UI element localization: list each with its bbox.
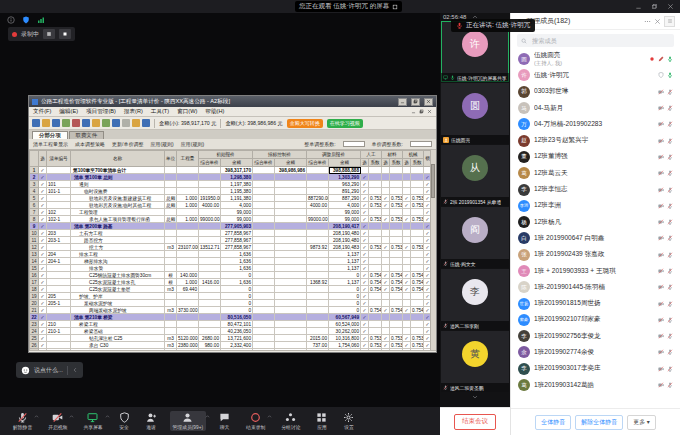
grid-row[interactable]: 7✓102工程管理99,00099,000✓✓: [30, 209, 432, 216]
grid-cell[interactable]: ✓: [361, 174, 369, 181]
grid-cell[interactable]: [165, 181, 177, 188]
grid-cell[interactable]: [47, 279, 71, 286]
grid-cell[interactable]: [199, 286, 221, 293]
filter-label[interactable]: 成本调整策略: [75, 141, 105, 147]
grid-cell[interactable]: 0.754: [369, 307, 382, 314]
panel-list-icon[interactable]: [664, 16, 675, 27]
grid-cell[interactable]: 277,905,903: [221, 223, 253, 230]
grid-cell[interactable]: [307, 181, 329, 188]
grid-cell[interactable]: [382, 293, 390, 300]
grid-cell[interactable]: 210-2: [47, 349, 71, 351]
grid-cell[interactable]: [382, 167, 390, 174]
grid-cell[interactable]: 1,137: [329, 258, 361, 265]
grid-cell[interactable]: 887290.00: [307, 195, 329, 202]
grid-cell[interactable]: [390, 265, 403, 272]
mic-on-icon[interactable]: [667, 72, 673, 78]
grid-cell[interactable]: [390, 181, 403, 188]
grid-cell[interactable]: [177, 181, 199, 188]
stop-recording-button[interactable]: [59, 29, 71, 39]
grid-cell[interactable]: [307, 230, 329, 237]
grid-cell[interactable]: ✓: [403, 335, 411, 342]
grid-cell[interactable]: [47, 335, 71, 342]
grid-cell[interactable]: ✓: [382, 307, 390, 314]
grid-cell[interactable]: [177, 174, 199, 181]
grid-cell[interactable]: 27: [30, 349, 39, 351]
grid-cell[interactable]: 1,303,290: [329, 174, 361, 181]
grid-cell[interactable]: 1.000: [177, 195, 199, 202]
grid-cell[interactable]: ✓: [361, 321, 369, 328]
grid-cell[interactable]: [177, 265, 199, 272]
grid-cell[interactable]: [47, 195, 71, 202]
grid-cell[interactable]: [165, 223, 177, 230]
grid-cell[interactable]: [390, 300, 403, 307]
grid-cell[interactable]: [307, 265, 329, 272]
grid-cell[interactable]: [411, 230, 424, 237]
grid-cell[interactable]: ✓: [39, 223, 47, 230]
grid-row[interactable]: 24✓210-1桥梁基础40,236,05030,262,000✓✓: [30, 328, 432, 335]
grid-cell[interactable]: 0: [329, 286, 361, 293]
grid-cell[interactable]: [411, 321, 424, 328]
grid-cell[interactable]: [275, 223, 307, 230]
grid-cell[interactable]: [403, 188, 411, 195]
grid-cell[interactable]: 承台 C30: [71, 342, 165, 349]
grid-cell[interactable]: [390, 321, 403, 328]
member-row[interactable]: 李12班李恒志: [511, 181, 680, 197]
grid-cell[interactable]: ✓: [39, 335, 47, 342]
grid-cell[interactable]: 11: [30, 237, 39, 244]
grid-cell[interactable]: [253, 321, 275, 328]
search-input[interactable]: [530, 36, 670, 45]
grid-cell[interactable]: [411, 188, 424, 195]
app-restore-button[interactable]: [411, 98, 420, 106]
grid-cell[interactable]: 1,137: [329, 265, 361, 272]
grid-cell[interactable]: [411, 237, 424, 244]
grid-cell[interactable]: [47, 244, 71, 251]
menu-item[interactable]: 报表(R): [124, 108, 143, 116]
grid-cell[interactable]: [253, 335, 275, 342]
grid-cell[interactable]: ✓: [361, 216, 369, 223]
grid-cell[interactable]: 277,858,967: [221, 237, 253, 244]
grid-cell[interactable]: 钻孔灌注桩 C25: [71, 335, 165, 342]
grid-cell[interactable]: 0.754: [390, 307, 403, 314]
cam-off-icon[interactable]: [658, 121, 664, 127]
member-row[interactable]: 万04-万旭楠-2019902283: [511, 116, 680, 132]
grid-cell[interactable]: ✓: [361, 209, 369, 216]
grid-cell[interactable]: [403, 314, 411, 321]
grid-cell[interactable]: 15: [30, 265, 39, 272]
grid-cell[interactable]: 1,197,380: [221, 181, 253, 188]
mic-off-icon[interactable]: [667, 317, 673, 323]
grid-cell[interactable]: [369, 230, 382, 237]
grid-cell[interactable]: ✓: [382, 286, 390, 293]
cam-off-icon[interactable]: [658, 317, 664, 323]
cam-off-icon[interactable]: [658, 235, 664, 241]
grid-cell[interactable]: ✓: [361, 237, 369, 244]
grid-cell[interactable]: 16: [30, 272, 39, 279]
grid-cell[interactable]: [275, 335, 307, 342]
grid-cell[interactable]: [390, 237, 403, 244]
grid-cell[interactable]: 路基挖方: [71, 237, 165, 244]
grid-cell[interactable]: [177, 188, 199, 195]
grid-cell[interactable]: [47, 265, 71, 272]
grid-cell[interactable]: 19: [30, 293, 39, 300]
grid-cell[interactable]: ✓: [361, 188, 369, 195]
grid-cell[interactable]: 0.753: [369, 244, 382, 251]
pause-recording-button[interactable]: [43, 29, 55, 39]
filter-label[interactable]: 应用(规则): [181, 141, 204, 147]
scroll-filmstrip-button[interactable]: [440, 393, 510, 401]
member-row[interactable]: 家豪1班2019902107邱家豪: [511, 312, 680, 328]
cam-off-icon[interactable]: [658, 187, 664, 193]
grid-cell[interactable]: 1,754,060: [329, 342, 361, 349]
grid-cell[interactable]: ✓: [39, 328, 47, 335]
grid-cell[interactable]: [390, 328, 403, 335]
toolbar-icon[interactable]: [122, 119, 130, 127]
grid-cell[interactable]: 963,290: [329, 181, 361, 188]
grid-cell[interactable]: ✓: [39, 188, 47, 195]
grid-cell[interactable]: [403, 167, 411, 174]
grid-cell[interactable]: 3: [30, 181, 39, 188]
grid-cell[interactable]: ✓: [403, 307, 411, 314]
grid-cell[interactable]: 0.753: [390, 244, 403, 251]
video-tile[interactable]: 从2班 2019901354 从攀通: [441, 145, 509, 206]
grid-cell[interactable]: [361, 167, 369, 174]
grid-row[interactable]: 12✓挖土方m323107.00013512.71277,858,9679873…: [30, 244, 432, 251]
grid-cell[interactable]: [411, 349, 424, 351]
grid-cell[interactable]: [253, 293, 275, 300]
